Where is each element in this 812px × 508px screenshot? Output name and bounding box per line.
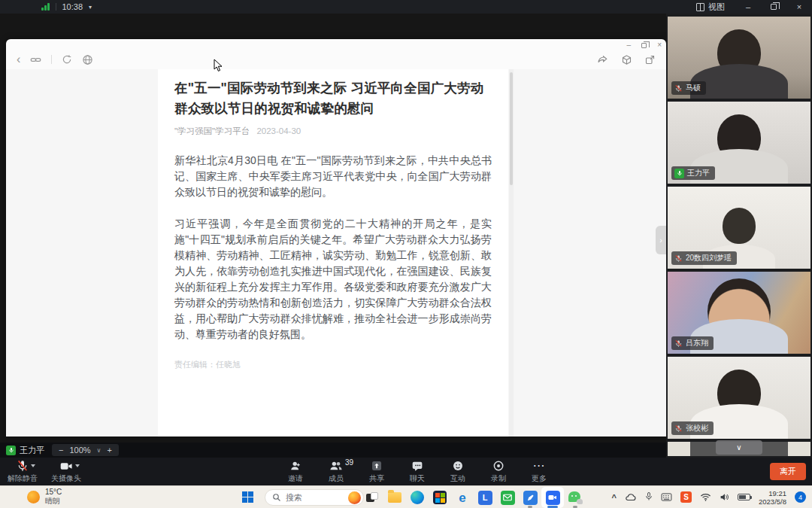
mail-app-button[interactable] [496,487,519,508]
taskbar-search[interactable] [265,489,364,506]
l-app-icon: L [478,491,492,505]
member-count-badge: 39 [345,458,353,467]
zoom-level: 100% [69,446,90,455]
mic-muted-icon [674,339,683,348]
tray-expand-icon[interactable]: ^ [612,493,617,502]
share-screen-button[interactable]: 共享 [357,458,396,485]
store-icon [433,491,447,504]
task-view-button[interactable] [361,487,383,508]
participant-video-tile[interactable]: 吕东翔 [668,272,810,354]
unmute-label: 解除静音 [8,473,38,484]
wechat-icon [568,491,583,504]
microsoft-store-button[interactable] [429,487,451,508]
camera-off-button[interactable]: 关摄像头 [47,458,86,485]
presenter-name: 王力平 [20,445,44,456]
clock-time: 19:21 [768,489,786,497]
participant-video-tile[interactable]: 王力平 [668,102,810,184]
page-scrollbar-thumb[interactable] [510,72,513,185]
network-signal-icon [41,3,50,11]
camera-options-caret-icon[interactable] [75,464,80,467]
participant-name-chip: 王力平 [671,166,715,180]
wechat-button[interactable] [564,487,586,508]
time-dropdown-caret-icon[interactable]: ▾ [89,4,92,11]
sogou-input-icon[interactable]: S [680,491,692,503]
record-circle-icon [492,460,504,473]
windows-taskbar: 15°C 晴朗 e L [0,485,812,508]
participant-video-tile[interactable]: 马硕 [668,17,810,99]
firefox-icon [348,491,361,504]
input-method-icon[interactable] [661,491,672,504]
meeting-elapsed-time: 10:38 [62,2,83,11]
cube-icon[interactable] [621,54,632,65]
smiley-icon [452,460,464,473]
sidebar-collapse-handle[interactable]: › [656,226,666,254]
members-button[interactable]: 39 成员 [317,458,356,485]
doc-minimize-button[interactable]: – [627,41,632,49]
mic-active-icon [674,169,684,178]
chat-button[interactable]: 聊天 [398,458,437,485]
close-button[interactable]: × [786,0,812,14]
wifi-icon[interactable] [700,491,711,504]
edge-browser-button[interactable] [406,487,429,508]
scroll-more-participants-button[interactable]: ∨ [716,440,762,455]
doc-restore-button[interactable] [641,43,647,48]
zoom-in-button[interactable]: + [107,446,111,455]
volume-icon[interactable] [720,491,729,504]
view-layout-button[interactable]: 视图 [686,0,735,14]
share-forward-icon[interactable] [597,53,609,65]
refresh-icon[interactable] [62,54,72,65]
more-label: 更多 [532,473,547,484]
globe-icon[interactable] [82,54,93,65]
popout-icon[interactable] [644,54,656,65]
mic-options-caret-icon[interactable] [31,464,35,467]
participant-name-chip: 张校彬 [671,421,714,435]
taskbar-clock[interactable]: 19:21 2023/5/8 [759,489,786,506]
doc-toolbar-right [597,53,656,65]
mic-muted-icon [674,84,683,93]
interact-button[interactable]: 互动 [438,458,477,485]
search-input[interactable] [286,493,344,502]
participant-name: 马硕 [686,83,701,93]
file-explorer-button[interactable] [383,487,406,508]
maximize-restore-button[interactable] [761,0,786,14]
leave-meeting-button[interactable]: 离开 [770,463,806,480]
doc-close-button[interactable]: × [657,41,662,49]
toolbar-left-group: 解除静音 关摄像头 [0,458,86,485]
camera-icon [60,460,73,473]
invite-person-icon [289,460,302,473]
back-icon[interactable]: ‹ [17,54,20,65]
record-button[interactable]: 录制 [479,458,518,485]
weather-widget[interactable]: 15°C 晴朗 [27,488,62,506]
participant-video-tile[interactable]: 20数四刘梦瑶 [668,187,810,269]
members-label: 成员 [329,473,344,484]
meeting-app-button[interactable] [541,487,564,508]
interact-label: 互动 [450,473,465,484]
participant-name: 吕东翔 [686,338,708,348]
article-meta: "学习强国"学习平台 2023-04-30 [174,126,492,137]
start-button[interactable] [242,491,253,503]
mouse-cursor [214,59,223,72]
meeting-camera-icon [546,491,560,505]
unmute-button[interactable]: 解除静音 [3,458,42,485]
zoom-out-button[interactable]: − [59,446,63,455]
invite-button[interactable]: 邀请 [276,458,315,485]
cloud-icon[interactable] [625,491,637,504]
lenovo-app-button[interactable]: L [474,487,496,508]
battery-icon[interactable] [738,494,750,500]
more-button[interactable]: ⋯ 更多 [520,458,559,485]
clock-date: 2023/5/8 [759,497,786,506]
article-source: "学习强国"学习平台 [174,126,250,135]
browser-e-button[interactable]: e [451,487,474,508]
tray-mic-icon[interactable] [645,491,653,504]
mic-muted-icon [17,460,29,473]
notes-app-button[interactable] [519,487,541,508]
notification-count-badge[interactable]: 4 [795,491,806,503]
members-people-icon: 39 [329,460,343,473]
link-icon[interactable] [30,54,41,65]
minimize-button[interactable]: – [735,0,761,14]
participant-video-tile[interactable]: 张校彬 [668,357,810,439]
doc-window-controls: – × [627,41,662,49]
titlebar-divider [56,3,56,11]
zoom-dropdown-caret-icon[interactable]: ∨ [97,447,102,454]
zoom-control: − 100% ∨ + [52,444,119,456]
